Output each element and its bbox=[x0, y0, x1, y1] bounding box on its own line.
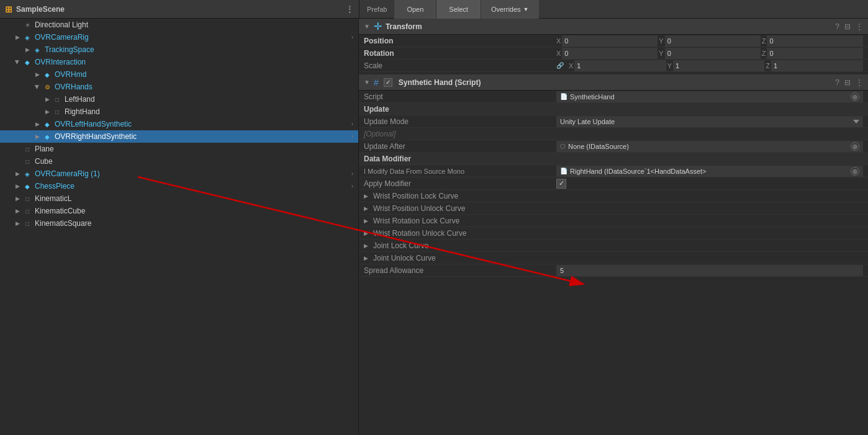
hierarchy-panel: ☀ Directional Light ▶ ◈ OVRCameraRig › ▶… bbox=[0, 19, 359, 435]
more-icon[interactable]: ⋮ bbox=[856, 78, 863, 87]
transform-title: Transform bbox=[386, 22, 831, 31]
layout-icon[interactable]: ⊟ bbox=[844, 78, 851, 87]
curve-expand-arrow: ▶ bbox=[364, 230, 368, 236]
rot-z-input[interactable] bbox=[767, 48, 863, 59]
arrow-right: › bbox=[351, 121, 353, 127]
ovr-right-synthetic-icon: ◆ bbox=[42, 132, 52, 141]
hierarchy-item-ovr-left-hand-synthetic[interactable]: ▶ ◆ OVRLeftHandSynthetic › bbox=[0, 118, 358, 130]
position-row: Position X Y Z bbox=[359, 35, 868, 47]
wrist-rot-unlock-row[interactable]: ▶ Wrist Rotation Unlock Curve bbox=[359, 227, 868, 240]
apply-modifier-label: Apply Modifier bbox=[364, 179, 556, 188]
script-row: Script 📄 SyntheticHand ◎ bbox=[359, 91, 868, 103]
righthand-icon: 📄 bbox=[560, 168, 567, 174]
update-mode-dropdown[interactable]: Unity Late Update bbox=[556, 116, 863, 127]
script-target-button[interactable]: ◎ bbox=[851, 92, 859, 101]
hierarchy-item-ovr-hmd[interactable]: ▶ ◆ OVRHmd bbox=[0, 68, 358, 81]
righthand-field: 📄 RightHand (IDataSource`1<HandDataAsset… bbox=[556, 166, 863, 177]
component-enabled-checkbox[interactable]: ✓ bbox=[384, 78, 392, 87]
y-label: Y bbox=[659, 37, 663, 45]
update-section-row: Update bbox=[359, 103, 868, 115]
help-icon[interactable]: ? bbox=[835, 22, 839, 31]
hierarchy-item-ovr-camera-rig[interactable]: ▶ ◈ OVRCameraRig › bbox=[0, 31, 358, 43]
expand-arrow: ▶ bbox=[12, 34, 22, 40]
x-label: X bbox=[556, 50, 561, 57]
ovr-hands-icon: ⚙ bbox=[42, 82, 52, 92]
modify-label: I Modify Data From Source Mono bbox=[364, 168, 556, 175]
update-mode-value: Unity Late Update bbox=[556, 116, 863, 127]
spread-input[interactable] bbox=[556, 265, 863, 276]
item-label: OVRHmd bbox=[55, 70, 86, 79]
transform-expand[interactable]: ▼ bbox=[364, 23, 370, 30]
wrist-pos-lock-row[interactable]: ▶ Wrist Position Lock Curve bbox=[359, 190, 868, 202]
joint-lock-row[interactable]: ▶ Joint Lock Curve bbox=[359, 240, 868, 252]
hierarchy-item-kinematic-cube[interactable]: ▶ □ KinematicCube bbox=[0, 205, 358, 217]
optional-row: [Optional] bbox=[359, 128, 868, 140]
pos-x-input[interactable] bbox=[562, 35, 658, 47]
scale-y-input[interactable] bbox=[673, 60, 764, 71]
scale-label: Scale bbox=[364, 61, 556, 70]
help-icon[interactable]: ? bbox=[835, 78, 839, 87]
scale-row: Scale 🔗 X Y Z bbox=[359, 60, 868, 72]
wrist-pos-unlock-row[interactable]: ▶ Wrist Position Unlock Curve bbox=[359, 202, 868, 215]
hierarchy-item-kinematic-square[interactable]: ▶ □ KinematicSquare bbox=[0, 217, 358, 230]
rot-y-input[interactable] bbox=[665, 48, 761, 59]
item-label: OVRHands bbox=[55, 83, 93, 91]
chess-piece-icon: ◆ bbox=[22, 181, 32, 191]
main-layout: ☀ Directional Light ▶ ◈ OVRCameraRig › ▶… bbox=[0, 19, 868, 435]
item-label: RightHand bbox=[65, 107, 100, 116]
hierarchy-item-ovr-right-hand-synthetic[interactable]: ▶ ◆ OVRRightHandSynthetic › bbox=[0, 130, 358, 143]
synthetic-hand-actions: ? ⊟ ⋮ bbox=[835, 78, 863, 87]
expand-arrow: ▶ bbox=[32, 71, 42, 78]
hierarchy-item-tracking-space[interactable]: ▶ ◈ TrackingSpace bbox=[0, 43, 358, 56]
curve-label: Wrist Position Unlock Curve bbox=[373, 204, 466, 213]
update-after-target-button[interactable]: ◎ bbox=[851, 142, 859, 151]
update-after-row: Update After ⬡ None (IDataSource) ◎ bbox=[359, 140, 868, 153]
rotation-xyz: X Y Z bbox=[556, 48, 863, 59]
scale-z-input[interactable] bbox=[771, 60, 863, 71]
hierarchy-item-kinematic-l[interactable]: ▶ □ KinematicL bbox=[0, 192, 358, 205]
hierarchy-item-chess-piece[interactable]: ▶ ◆ ChessPiece › bbox=[0, 180, 358, 192]
pos-z-input[interactable] bbox=[767, 35, 863, 47]
curve-expand-arrow: ▶ bbox=[364, 193, 368, 199]
hierarchy-item-ovr-camera-rig-1[interactable]: ▶ ◈ OVRCameraRig (1) › bbox=[0, 168, 358, 180]
hierarchy-item-right-hand[interactable]: ▶ □ RightHand bbox=[0, 105, 358, 118]
spread-allowance-row: Spread Allowance bbox=[359, 264, 868, 277]
rot-x-input[interactable] bbox=[562, 48, 658, 59]
main-content: ☀ Directional Light ▶ ◈ OVRCameraRig › ▶… bbox=[0, 19, 868, 435]
expand-arrow: ▶ bbox=[12, 208, 22, 214]
hierarchy-item-ovr-interaction[interactable]: ▶ ◆ OVRInteraction bbox=[0, 56, 358, 68]
apply-modifier-checkbox[interactable]: ✓ bbox=[556, 179, 566, 189]
overrides-button[interactable]: Overrides bbox=[481, 0, 539, 19]
scene-menu-dots[interactable]: ⋮ bbox=[345, 4, 354, 14]
position-xyz: X Y Z bbox=[556, 35, 863, 47]
hierarchy-item-directional-light[interactable]: ☀ Directional Light bbox=[0, 19, 358, 31]
righthand-target-button[interactable]: ◎ bbox=[851, 167, 859, 176]
expand-arrow: ▶ bbox=[12, 220, 22, 226]
synthetic-expand[interactable]: ▼ bbox=[364, 79, 370, 86]
joint-unlock-row[interactable]: ▶ Joint Unlock Curve bbox=[359, 252, 868, 264]
item-label: OVRRightHandSynthetic bbox=[55, 132, 137, 141]
hierarchy-item-ovr-hands[interactable]: ▶ ⚙ OVRHands bbox=[0, 81, 358, 93]
wrist-rot-lock-row[interactable]: ▶ Wrist Rotation Lock Curve bbox=[359, 215, 868, 227]
expand-arrow: ▶ bbox=[42, 109, 52, 115]
hierarchy-item-plane[interactable]: □ Plane bbox=[0, 143, 358, 155]
top-bar: ⊞ SampleScene ⋮ Prefab Open Select Overr… bbox=[0, 0, 868, 19]
optional-label: [Optional] bbox=[364, 130, 556, 138]
pos-y-input[interactable] bbox=[665, 35, 761, 47]
rot-z-field: Z bbox=[762, 48, 863, 59]
expand-arrow: ▶ bbox=[34, 82, 40, 92]
hierarchy-item-left-hand[interactable]: ▶ □ LeftHand bbox=[0, 93, 358, 105]
layout-icon[interactable]: ⊟ bbox=[844, 22, 851, 31]
y-label: Y bbox=[659, 50, 663, 57]
select-button[interactable]: Select bbox=[436, 0, 481, 19]
transform-header: ▼ ✛ Transform ? ⊟ ⋮ bbox=[359, 19, 868, 35]
open-button[interactable]: Open bbox=[394, 0, 436, 19]
scale-x-input[interactable] bbox=[574, 60, 666, 71]
kinematic-square-icon: □ bbox=[22, 218, 32, 228]
data-modifier-row: Data Modifier bbox=[359, 153, 868, 165]
more-icon[interactable]: ⋮ bbox=[856, 22, 863, 31]
hierarchy-item-cube[interactable]: □ Cube bbox=[0, 155, 358, 168]
ovr-camera-rig-1-icon: ◈ bbox=[22, 169, 32, 179]
z-label: Z bbox=[762, 37, 766, 45]
cube-icon: □ bbox=[22, 156, 32, 166]
